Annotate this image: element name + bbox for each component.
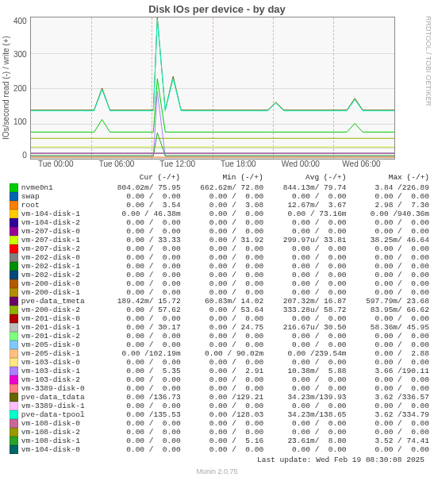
legend-swatch — [10, 332, 18, 340]
legend-avg: 0.00 / 0.00 — [268, 288, 351, 297]
legend-cur: 0.00 / 33.33 — [102, 236, 185, 244]
legend-avg: 0.00 / 0.00 — [268, 279, 351, 288]
legend-name: vm-207-disk-0 — [21, 227, 102, 236]
legend-name: vm-201-disk-2 — [21, 332, 102, 340]
legend-cur: 0.00 / 0.00 — [102, 288, 185, 297]
legend-min: 0.00 / 3.08 — [186, 201, 268, 210]
legend-avg: 0.00 / 0.00 — [268, 227, 351, 236]
legend-avg: 0.00 / 0.00 — [268, 262, 351, 271]
legend-swatch — [10, 410, 18, 419]
legend-header: Cur (-/+) Min (-/+) Avg (-/+) Max (-/+) — [0, 173, 434, 182]
legend-avg: 0.00 / 0.00 — [268, 428, 351, 437]
ytick: 300 — [13, 50, 27, 59]
legend-row: vm-200-disk-1 0.00 / 0.00 0.00 / 0.00 0.… — [10, 288, 434, 297]
legend-cur: 0.00 / 0.00 — [102, 262, 185, 271]
legend-swatch — [10, 393, 18, 402]
legend-swatch — [10, 236, 18, 244]
legend-row: vm-108-disk-2 0.00 / 0.00 0.00 / 0.00 0.… — [10, 428, 434, 437]
legend-cur: 0.00 / 0.00 — [102, 419, 185, 428]
legend-min: 0.00 /128.03 — [186, 410, 268, 419]
legend-cur: 0.00 /102.19m — [102, 349, 185, 358]
legend-row: vm-207-disk-0 0.00 / 0.00 0.00 / 0.00 0.… — [10, 227, 434, 236]
legend-row: swap 0.00 / 0.00 0.00 / 0.00 0.00 / 0.00… — [10, 192, 434, 201]
legend-min: 0.00 / 31.92 — [186, 236, 268, 244]
legend-row: vm-201-disk-0 0.00 / 0.00 0.00 / 0.00 0.… — [10, 314, 434, 323]
legend-swatch — [10, 244, 18, 253]
legend-name: vm-103-disk-1 — [21, 367, 102, 375]
legend-max: 0.00 / 0.00 — [351, 445, 434, 454]
legend-name: pve-data_tdata — [21, 393, 102, 402]
ytick: 100 — [13, 117, 27, 126]
legend-avg: 0.00 / 0.00 — [268, 375, 351, 384]
legend-avg: 333.28u/ 58.72 — [268, 306, 351, 314]
legend-row: vm-3389-disk-0 0.00 / 0.00 0.00 / 0.00 0… — [10, 384, 434, 393]
legend-row: vm-3389-disk-1 0.00 / 0.00 0.00 / 0.00 0… — [10, 402, 434, 410]
legend-row: vm-202-disk-2 0.00 / 0.00 0.00 / 0.00 0.… — [10, 271, 434, 279]
legend-name: vm-200-disk-2 — [21, 306, 102, 314]
legend-cur: 0.00 / 0.00 — [102, 358, 185, 367]
legend-swatch — [10, 297, 18, 306]
legend-cur: 0.00 / 0.00 — [102, 402, 185, 410]
legend-max: 83.95m/ 66.62 — [351, 306, 434, 314]
legend-avg: 34.23m/138.65 — [268, 410, 351, 419]
legend-max: 0.00 / 0.00 — [351, 218, 434, 227]
legend-min: 0.00 / 53.64 — [186, 306, 268, 314]
legend-swatch — [10, 445, 18, 454]
legend-min: 0.00 / 0.00 — [186, 253, 268, 262]
legend-row: vm-104-disk-1 0.00 / 46.38m 0.00 / 0.00 … — [10, 210, 434, 218]
legend-name: vm-201-disk-1 — [21, 323, 102, 332]
legend-avg: 0.00 / 0.00 — [268, 271, 351, 279]
legend-avg: 10.38m/ 5.88 — [268, 367, 351, 375]
legend-cur: 0.00 / 0.00 — [102, 227, 185, 236]
legend-cur: 0.00 / 0.00 — [102, 271, 185, 279]
legend-name: vm-205-disk-0 — [21, 340, 102, 349]
col-avg: Avg (-/+) — [268, 173, 351, 182]
legend-row: vm-103-disk-0 0.00 / 0.00 0.00 / 0.00 0.… — [10, 358, 434, 367]
legend-row: vm-108-disk-0 0.00 / 0.00 0.00 / 0.00 0.… — [10, 419, 434, 428]
legend-swatch — [10, 271, 18, 279]
xtick: Tue 06:00 — [99, 160, 160, 168]
legend-avg: 0.00 / 0.00 — [268, 218, 351, 227]
legend-max: 0.00 / 0.00 — [351, 428, 434, 437]
legend-min: 0.00 / 0.00 — [186, 271, 268, 279]
legend-row: vm-207-disk-2 0.00 / 0.00 0.00 / 0.00 0.… — [10, 244, 434, 253]
legend-avg: 0.00 / 0.00 — [268, 445, 351, 454]
legend-avg: 844.13m/ 79.74 — [268, 183, 351, 192]
legend-name: pve-data-tpool — [21, 410, 102, 419]
legend-max: 0.00 / 0.00 — [351, 192, 434, 201]
legend-max: 3.84 /226.89 — [351, 183, 434, 192]
legend-row: vm-202-disk-0 0.00 / 0.00 0.00 / 0.00 0.… — [10, 253, 434, 262]
legend-avg: 0.00 / 0.00 — [268, 253, 351, 262]
legend-swatch — [10, 358, 18, 367]
legend-cur: 0.00 / 0.00 — [102, 428, 185, 437]
legend-min: 0.00 / 0.00 — [186, 402, 268, 410]
legend-min: 0.00 / 24.75 — [186, 323, 268, 332]
legend-row: pve-data-tpool 0.00 /135.53 0.00 /128.03… — [10, 410, 434, 419]
legend-cur: 189.42m/ 15.72 — [102, 297, 185, 306]
y-axis-label: IOs/second read (-) / write (+) — [0, 17, 12, 160]
legend-cur: 0.00 / 46.38m — [102, 210, 185, 218]
legend-swatch — [10, 227, 18, 236]
legend-row: vm-201-disk-2 0.00 / 0.00 0.00 / 0.00 0.… — [10, 332, 434, 340]
legend-avg: 0.00 /239.54m — [268, 349, 351, 358]
legend-max: 3.62 /334.79 — [351, 410, 434, 419]
legend-cur: 0.00 / 5.35 — [102, 367, 185, 375]
legend-max: 3.52 / 74.41 — [351, 437, 434, 445]
xtick: Wed 06:00 — [342, 160, 403, 168]
legend-avg: 0.00 / 0.00 — [268, 340, 351, 349]
legend-min: 0.00 / 0.00 — [186, 227, 268, 236]
legend-swatch — [10, 279, 18, 288]
legend-name: vm-104-disk-2 — [21, 218, 102, 227]
xtick: Wed 00:00 — [282, 160, 343, 168]
legend-min: 60.83m/ 14.02 — [186, 297, 268, 306]
legend-max: 0.00 / 0.00 — [351, 271, 434, 279]
legend-swatch — [10, 306, 18, 314]
legend-cur: 0.00 / 0.00 — [102, 445, 185, 454]
legend-min: 0.00 / 0.00 — [186, 314, 268, 323]
xtick: Tue 18:00 — [221, 160, 282, 168]
legend-max: 0.00 / 0.00 — [351, 253, 434, 262]
legend-row: vm-103-disk-2 0.00 / 0.00 0.00 / 0.00 0.… — [10, 375, 434, 384]
legend-name: vm-202-disk-0 — [21, 253, 102, 262]
legend-max: 0.00 / 0.00 — [351, 384, 434, 393]
legend-swatch — [10, 384, 18, 393]
